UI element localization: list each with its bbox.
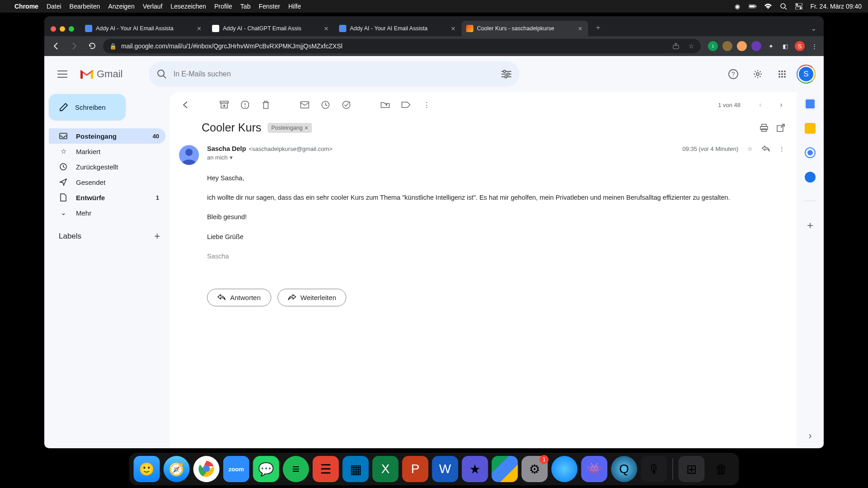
reply-icon[interactable] — [762, 145, 770, 152]
excel-dock-icon[interactable]: X — [373, 456, 399, 482]
menu-lesezeichen[interactable]: Lesezeichen — [170, 3, 206, 10]
reply-button[interactable]: Antworten — [207, 289, 271, 306]
support-icon[interactable]: ? — [724, 65, 742, 83]
tasks-addon-icon[interactable] — [805, 147, 816, 158]
tab-list-dropdown-icon[interactable]: ⌄ — [811, 24, 816, 33]
mark-unread-icon[interactable] — [299, 99, 310, 110]
browser-tab[interactable]: Addy AI - Your AI Email Assista ✕ — [335, 21, 461, 36]
archive-icon[interactable] — [219, 99, 230, 110]
chrome-dock-icon[interactable] — [193, 456, 220, 482]
settings-dock-icon[interactable]: ⚙1 — [522, 456, 548, 482]
sender-name[interactable]: Sascha Delp — [207, 145, 246, 152]
star-message-icon[interactable]: ☆ — [747, 145, 753, 152]
todoist-dock-icon[interactable]: ☰ — [313, 456, 339, 482]
screen-record-icon[interactable]: ◉ — [733, 2, 741, 10]
labels-icon[interactable] — [401, 99, 411, 110]
window-close-button[interactable] — [51, 26, 56, 32]
keep-addon-icon[interactable] — [805, 123, 816, 134]
tab-close-icon[interactable]: ✕ — [449, 25, 457, 32]
more-actions-icon[interactable]: ⋮ — [421, 99, 432, 110]
window-maximize-button[interactable] — [69, 26, 74, 32]
app-dock-icon[interactable]: ⊞ — [679, 456, 705, 482]
reload-button[interactable] — [85, 39, 99, 53]
extension-icon[interactable]: 1 — [708, 41, 718, 51]
spotlight-icon[interactable] — [779, 2, 788, 10]
menubar-app-name[interactable]: Chrome — [14, 3, 38, 10]
browser-tab-active[interactable]: Cooler Kurs - saschadelpkurse ✕ — [462, 21, 588, 36]
google-apps-icon[interactable] — [773, 65, 791, 83]
search-options-icon[interactable] — [501, 70, 511, 79]
spam-icon[interactable] — [240, 99, 250, 110]
window-minimize-button[interactable] — [60, 26, 65, 32]
menu-tab[interactable]: Tab — [241, 3, 251, 10]
forward-button[interactable] — [67, 39, 81, 53]
imovie-dock-icon[interactable]: ★ — [462, 456, 488, 482]
side-panel-icon[interactable]: ◧ — [780, 41, 790, 51]
move-to-icon[interactable] — [380, 99, 391, 110]
collapse-side-panel-icon[interactable]: › — [808, 430, 811, 442]
battery-icon[interactable] — [749, 2, 757, 10]
menu-datei[interactable]: Datei — [47, 3, 61, 10]
trello-dock-icon[interactable]: ▦ — [343, 456, 369, 482]
menu-anzeigen[interactable]: Anzeigen — [108, 3, 134, 10]
sidebar-item-snoozed[interactable]: Zurückgestellt — [49, 159, 165, 174]
main-menu-icon[interactable] — [53, 65, 71, 83]
message-more-icon[interactable]: ⋮ — [779, 145, 785, 152]
quicktime-dock-icon[interactable]: Q — [611, 456, 637, 482]
next-message-icon[interactable]: › — [776, 99, 787, 110]
word-dock-icon[interactable]: W — [432, 456, 458, 482]
address-bar[interactable]: 🔒 mail.google.com/mail/u/1/#inbox/QgrcJH… — [103, 39, 701, 53]
print-icon[interactable] — [760, 124, 769, 132]
sender-avatar[interactable] — [179, 145, 199, 165]
chip-remove-icon[interactable]: × — [305, 124, 308, 131]
sidebar-item-drafts[interactable]: Entwürfe 1 — [49, 190, 165, 205]
back-button[interactable] — [49, 39, 63, 53]
recipient-dropdown-icon[interactable]: ▾ — [230, 154, 233, 161]
new-tab-button[interactable]: ＋ — [591, 21, 605, 34]
add-addon-icon[interactable]: + — [807, 219, 813, 232]
powerpoint-dock-icon[interactable]: P — [402, 456, 429, 482]
contacts-addon-icon[interactable] — [805, 172, 816, 183]
extension-icon[interactable] — [751, 41, 761, 51]
menu-hilfe[interactable]: Hilfe — [288, 3, 301, 10]
snooze-icon[interactable] — [320, 99, 331, 110]
menubar-datetime[interactable]: Fr. 24. März 09:40 — [810, 3, 862, 10]
app-dock-icon[interactable] — [552, 456, 578, 482]
voice-memos-dock-icon[interactable]: 🎙 — [641, 456, 667, 482]
calendar-addon-icon[interactable] — [805, 99, 816, 109]
label-chip[interactable]: Posteingang × — [268, 123, 312, 133]
add-label-icon[interactable]: + — [154, 230, 160, 242]
tab-close-icon[interactable]: ✕ — [195, 25, 203, 32]
compose-button[interactable]: Schreiben — [49, 94, 126, 120]
search-input[interactable] — [173, 70, 501, 78]
menu-profile[interactable]: Profile — [214, 3, 232, 10]
control-center-icon[interactable] — [795, 2, 803, 10]
wifi-icon[interactable] — [764, 2, 772, 10]
forward-button[interactable]: Weiterleiten — [278, 289, 347, 306]
search-icon[interactable] — [157, 69, 167, 79]
sidebar-item-inbox[interactable]: Posteingang 40 — [49, 128, 165, 144]
drive-dock-icon[interactable] — [492, 456, 518, 482]
sidebar-item-sent[interactable]: Gesendet — [49, 174, 165, 190]
whatsapp-dock-icon[interactable]: 💬 — [253, 456, 279, 482]
recipient-row[interactable]: an mich ▾ — [207, 154, 785, 161]
profile-avatar-icon[interactable]: S — [795, 41, 805, 51]
gmail-logo[interactable]: Gmail — [80, 68, 123, 80]
bookmark-star-icon[interactable]: ☆ — [689, 42, 694, 50]
tab-close-icon[interactable]: ✕ — [322, 25, 330, 32]
extension-icon[interactable] — [722, 41, 732, 51]
zoom-dock-icon[interactable]: zoom — [223, 456, 250, 482]
menu-verlauf[interactable]: Verlauf — [143, 3, 163, 10]
extensions-puzzle-icon[interactable]: ✦ — [766, 41, 776, 51]
menu-bearbeiten[interactable]: Bearbeiten — [70, 3, 100, 10]
add-to-tasks-icon[interactable] — [341, 99, 352, 110]
account-avatar[interactable]: S — [797, 66, 815, 83]
discord-dock-icon[interactable]: 👾 — [581, 456, 608, 482]
browser-tab[interactable]: Addy AI - ChatGPT Email Assis ✕ — [208, 21, 334, 36]
trash-dock-icon[interactable]: 🗑 — [708, 456, 735, 482]
browser-tab[interactable]: Addy AI - Your AI Email Assista ✕ — [80, 21, 207, 36]
open-new-window-icon[interactable] — [777, 124, 785, 132]
tab-close-icon[interactable]: ✕ — [576, 25, 584, 32]
search-bar[interactable] — [149, 61, 519, 87]
menu-fenster[interactable]: Fenster — [259, 3, 280, 10]
